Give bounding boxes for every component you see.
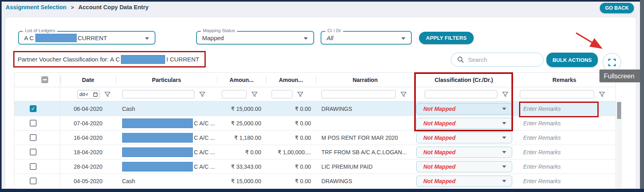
filter-cell-remarks xyxy=(513,87,615,101)
mapping-status-select[interactable]: Mapping Status Mapped xyxy=(196,31,314,45)
date-filter-input[interactable]: dd-r xyxy=(77,90,100,99)
fullscreen-icon xyxy=(608,59,616,66)
mapping-status-label: Mapping Status xyxy=(201,28,237,33)
classification-dropdown[interactable]: Not Mapped xyxy=(416,103,513,114)
column-header-amount-cr[interactable]: Amoun... xyxy=(217,73,266,87)
cell-date: 16-04-2020 xyxy=(60,131,116,145)
chevron-down-icon xyxy=(502,165,506,168)
cell-date: 18-04-2020 xyxy=(60,145,116,159)
column-header-classification[interactable]: Classification (Cr./Dr.) xyxy=(415,73,513,87)
search-icon xyxy=(457,56,464,63)
select-all-checkbox[interactable] xyxy=(41,76,48,83)
redaction-box xyxy=(121,55,165,64)
column-header-particulars[interactable]: Particulars xyxy=(116,73,217,87)
cell-amount-dr: ₹ 0.00 xyxy=(266,116,316,130)
search-box[interactable] xyxy=(451,53,544,67)
breadcrumb-current-page: Account Copy Data Entry xyxy=(78,4,149,10)
filter-cell-particulars xyxy=(116,87,217,101)
filter-cell-amount-dr xyxy=(266,87,316,101)
column-header-narration[interactable]: Narration xyxy=(316,73,415,87)
column-header-date[interactable]: Date xyxy=(60,73,116,87)
column-header-amount-dr[interactable]: Amoun... xyxy=(266,73,316,87)
search-input[interactable] xyxy=(468,56,528,63)
breadcrumb-assignment-selection[interactable]: Assignment Selection xyxy=(6,4,66,10)
ledger-select-value-suffix: CURRENT xyxy=(78,35,107,41)
filter-cell-narration xyxy=(316,87,415,101)
row-checkbox[interactable] xyxy=(30,134,37,141)
filter-funnel-icon[interactable] xyxy=(251,92,258,97)
filter-funnel-icon[interactable] xyxy=(599,92,605,97)
row-checkbox[interactable]: ✓ xyxy=(30,105,37,112)
cell-amount-cr: ₹ 15,000.00 xyxy=(217,102,266,116)
apply-filters-button[interactable]: APPLY FILTERS xyxy=(419,32,474,44)
classification-dropdown[interactable]: Not Mapped xyxy=(416,147,513,158)
remarks-input[interactable]: Enter Remarks xyxy=(513,178,560,184)
particulars-filter-input[interactable] xyxy=(122,90,194,98)
cell-particulars: C A/C ... xyxy=(116,159,217,174)
remarks-input[interactable]: Enter Remarks xyxy=(513,120,560,127)
filter-funnel-icon[interactable] xyxy=(199,92,205,97)
row-checkbox[interactable] xyxy=(30,178,37,184)
classification-dropdown[interactable]: Not Mapped xyxy=(416,161,513,172)
ledger-select-value: A C xyxy=(19,35,34,41)
table-row: ✓ 06-04-2020 Cash ₹ 15,000.00 ₹ 0.00 DRA… xyxy=(14,102,615,116)
filter-funnel-icon[interactable] xyxy=(297,92,303,97)
remarks-input[interactable]: Enter Remarks xyxy=(513,106,560,112)
cr-dr-select[interactable]: Cr / Dr All xyxy=(321,31,412,45)
window-border-right xyxy=(640,0,644,192)
filter-funnel-icon[interactable] xyxy=(401,92,407,97)
remarks-input[interactable]: Enter Remarks xyxy=(513,135,560,141)
table-row: 28-04-2020 C A/C ... ₹ 33,343.00 ₹ 0.00 … xyxy=(14,159,615,174)
vertical-scrollbar-thumb[interactable] xyxy=(617,102,621,119)
chevron-down-icon xyxy=(145,37,149,40)
classification-dropdown[interactable]: Not Mapped xyxy=(416,176,513,187)
classification-dropdown[interactable]: Not Mapped xyxy=(416,118,513,129)
chevron-down-icon xyxy=(304,37,308,40)
window-border-bottom xyxy=(0,189,644,192)
redaction-box xyxy=(122,133,193,143)
remarks-input[interactable]: Enter Remarks xyxy=(513,149,560,155)
table-filter-row: dd-r xyxy=(14,87,615,102)
cell-particulars: Cash xyxy=(116,102,217,116)
cell-amount-dr: ₹ 0.00 xyxy=(266,102,316,116)
cell-amount-cr: ₹ 25,000.00 xyxy=(217,116,266,130)
redaction-box xyxy=(122,162,193,172)
filter-funnel-icon[interactable] xyxy=(104,92,110,97)
classification-filter-input[interactable] xyxy=(425,90,497,98)
filter-cell-amount-cr xyxy=(217,87,266,101)
narration-filter-input[interactable] xyxy=(321,90,396,98)
cell-amount-dr: ₹ 0.00 xyxy=(266,131,316,145)
annotation-arrow xyxy=(574,31,609,52)
cell-particulars: C A/C ... xyxy=(116,131,217,145)
row-checkbox[interactable] xyxy=(30,149,37,155)
cell-date: 04-05-2020 xyxy=(60,174,116,188)
cell-date: 06-04-2020 xyxy=(60,102,116,116)
remarks-input[interactable]: Enter Remarks xyxy=(513,163,560,170)
amount-cr-filter-input[interactable] xyxy=(222,90,247,98)
cell-particulars: C A/C ... xyxy=(116,145,217,159)
select-all-cell xyxy=(14,73,60,87)
calendar-icon xyxy=(93,92,98,97)
app-window: Assignment Selection > Account Copy Data… xyxy=(0,0,644,192)
cell-narration: DRAWINGS xyxy=(316,102,415,116)
filter-cell-date: dd-r xyxy=(60,87,116,101)
mapping-status-value: Mapped xyxy=(197,35,224,41)
breadcrumb-separator: > xyxy=(71,4,74,10)
row-checkbox[interactable] xyxy=(30,120,37,127)
cell-particulars: C A/C ... xyxy=(116,116,217,130)
filter-cell-classification xyxy=(415,87,513,101)
table-row: 16-04-2020 C A/C ... ₹ 1,180.00 ₹ 0.00 M… xyxy=(14,131,615,145)
cell-amount-cr: ₹ 1,180.00 xyxy=(217,131,266,145)
table-row: 07-04-2020 C A/C ... ₹ 25,000.00 ₹ 0.00 … xyxy=(14,116,615,131)
go-back-button[interactable]: GO BACK xyxy=(600,3,634,13)
filter-funnel-icon[interactable] xyxy=(502,92,508,97)
row-checkbox[interactable] xyxy=(30,163,37,170)
chevron-down-icon xyxy=(502,137,506,139)
amount-dr-filter-input[interactable] xyxy=(272,90,292,98)
remarks-filter-input[interactable] xyxy=(520,90,594,98)
bulk-actions-button[interactable]: BULK ACTIONS xyxy=(546,53,598,67)
table-header-row: Date Particulars Amoun... Amoun... Narra… xyxy=(14,73,615,87)
ledger-select[interactable]: List of Ledgers A C CURRENT xyxy=(18,31,155,45)
fullscreen-button[interactable] xyxy=(603,53,621,71)
classification-dropdown[interactable]: Not Mapped xyxy=(416,132,513,143)
